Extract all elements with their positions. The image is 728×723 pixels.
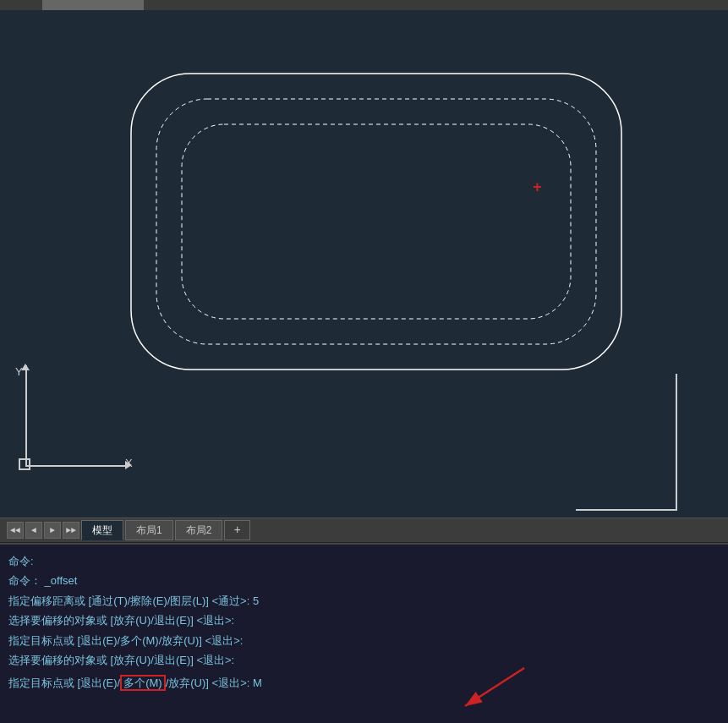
tab-bar: ◄◄ ◄ ► ►► 模型 布局1 布局2 + [0, 518, 728, 543]
cmd-text-7a: 指定目标点或 [退出(E)/ [8, 676, 120, 689]
shapes-svg [0, 10, 728, 518]
svg-rect-1 [156, 99, 596, 344]
right-horizontal-line [576, 509, 677, 511]
cmd-line-5: 指定目标点或 [退出(E)/多个(M)/放弃(U)] <退出>: [8, 631, 720, 650]
tab-nav-last[interactable]: ►► [63, 522, 79, 539]
cmd-text-7b: /放弃(U)] <退出>: M [166, 676, 262, 689]
y-axis-line [25, 365, 27, 467]
tab-add[interactable]: + [224, 520, 249, 540]
x-axis-label: X [125, 457, 133, 469]
crosshair-cursor: + [533, 179, 542, 196]
cmd-text-4: 选择要偏移的对象或 [放弃(U)/退出(E)] <退出>: [8, 614, 234, 627]
canvas-area: + Y X [0, 10, 728, 518]
cmd-text-1: 命令: [8, 555, 34, 567]
tab-nav-next[interactable]: ► [44, 522, 61, 539]
command-area[interactable]: 命令: 命令： _offset 指定偏移距离或 [通过(T)/擦除(E)/图层(… [0, 543, 728, 723]
y-axis-label: Y [15, 365, 23, 378]
svg-rect-0 [131, 74, 621, 370]
cmd-text-boxed: 多个(M) [120, 675, 166, 691]
cmd-text-6: 选择要偏移的对象或 [放弃(U)/退出(E)] <退出>: [8, 654, 234, 666]
cmd-line-1: 命令: [8, 551, 720, 571]
tab-nav-first[interactable]: ◄◄ [7, 522, 24, 539]
cmd-line-3: 指定偏移距离或 [通过(T)/擦除(E)/图层(L)] <通过>: 5 [8, 591, 720, 611]
cmd-text-5: 指定目标点或 [退出(E)/多个(M)/放弃(U)] <退出>: [8, 634, 243, 647]
tab-nav-prev[interactable]: ◄ [25, 522, 42, 539]
x-axis-line [25, 465, 127, 467]
cmd-line-2: 命令： _offset [8, 571, 720, 590]
cmd-text-2: 命令： _offset [8, 574, 77, 587]
cmd-line-7: 指定目标点或 [退出(E)/多个(M)/放弃(U)] <退出>: M [8, 673, 720, 693]
tab-layout2[interactable]: 布局2 [175, 520, 223, 540]
right-vertical-line [676, 374, 677, 509]
top-scrollbar[interactable] [0, 0, 728, 10]
svg-rect-2 [182, 124, 571, 319]
tab-layout1[interactable]: 布局1 [125, 520, 173, 540]
scrollbar-thumb[interactable] [42, 0, 144, 10]
origin-marker [19, 458, 30, 470]
cmd-text-3: 指定偏移距离或 [通过(T)/擦除(E)/图层(L)] <通过>: 5 [8, 594, 259, 607]
cmd-line-6: 选择要偏移的对象或 [放弃(U)/退出(E)] <退出>: [8, 650, 720, 670]
cmd-line-4: 选择要偏移的对象或 [放弃(U)/退出(E)] <退出>: [8, 611, 720, 630]
tab-model[interactable]: 模型 [81, 520, 123, 540]
